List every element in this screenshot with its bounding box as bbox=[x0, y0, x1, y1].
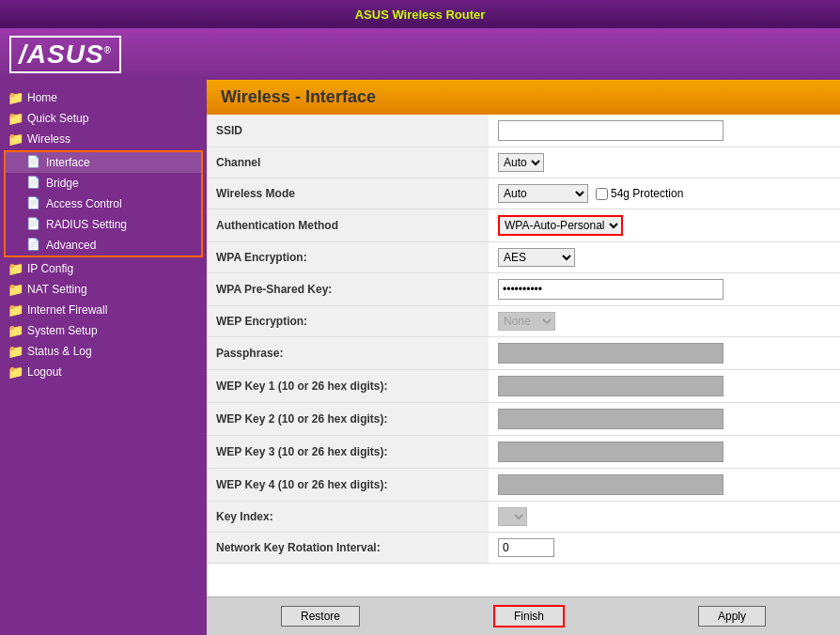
folder-icon: 📁 bbox=[8, 261, 23, 276]
wep-encryption-select[interactable]: None 64-bit 128-bit bbox=[498, 312, 555, 331]
sidebar-label-status-log: Status & Log bbox=[27, 345, 92, 358]
passphrase-input[interactable] bbox=[498, 343, 723, 364]
sidebar-item-status-log[interactable]: 📁 Status & Log bbox=[0, 341, 207, 362]
sidebar-item-internet-firewall[interactable]: 📁 Internet Firewall bbox=[0, 300, 207, 320]
sidebar-label-home: Home bbox=[27, 91, 57, 104]
sidebar-label-wireless: Wireless bbox=[27, 132, 70, 146]
sidebar-label-interface: Interface bbox=[46, 156, 90, 169]
folder-icon: 📁 bbox=[8, 111, 23, 126]
field-label-auth-method: Authentication Method bbox=[207, 209, 489, 242]
trademark: ® bbox=[104, 44, 112, 54]
wep-key2-input[interactable] bbox=[498, 409, 723, 429]
table-row: WEP Key 1 (10 or 26 hex digits): bbox=[207, 370, 840, 403]
page-icon: 📄 bbox=[26, 155, 41, 170]
bottom-bar: Restore Finish Apply bbox=[207, 596, 840, 635]
sidebar-item-system-setup[interactable]: 📁 System Setup bbox=[0, 320, 207, 341]
54g-protection-text: 54g Protection bbox=[611, 187, 683, 200]
table-row: WEP Encryption: None 64-bit 128-bit bbox=[207, 306, 840, 337]
key-index-select[interactable]: 1234 bbox=[498, 507, 527, 526]
field-label-key-rotation: Network Key Rotation Interval: bbox=[207, 533, 489, 564]
folder-icon: 📁 bbox=[8, 90, 23, 105]
page-title-bar: Wireless - Interface bbox=[207, 80, 840, 115]
ssid-input[interactable] bbox=[498, 120, 723, 141]
sidebar-item-nat-setting[interactable]: 📁 NAT Setting bbox=[0, 279, 207, 300]
header-title: ASUS Wireless Router bbox=[355, 8, 486, 22]
54g-protection-label: 54g Protection bbox=[596, 187, 683, 200]
wep-key4-input[interactable] bbox=[498, 474, 723, 495]
table-row: Wireless Mode Auto 54g Only 802.11b Only bbox=[207, 178, 840, 209]
sidebar-label-logout: Logout bbox=[27, 365, 62, 379]
form-area: SSID Channel Auto 123 bbox=[207, 115, 840, 596]
sidebar-item-bridge[interactable]: 📄 Bridge bbox=[6, 173, 201, 194]
wireless-mode-select[interactable]: Auto 54g Only 802.11b Only bbox=[498, 184, 588, 203]
sidebar-item-home[interactable]: 📁 Home bbox=[0, 87, 207, 108]
field-label-wep-enc: WEP Encryption: bbox=[207, 306, 489, 337]
wep-key3-input[interactable] bbox=[498, 441, 723, 462]
top-header: ASUS Wireless Router bbox=[0, 0, 840, 28]
sidebar-item-ip-config[interactable]: 📁 IP Config bbox=[0, 258, 207, 279]
restore-button[interactable]: Restore bbox=[281, 606, 360, 627]
folder-icon: 📁 bbox=[8, 344, 23, 359]
field-label-channel: Channel bbox=[207, 147, 489, 178]
sidebar-item-wireless[interactable]: 📁 Wireless bbox=[0, 129, 207, 149]
table-row: SSID bbox=[207, 115, 840, 147]
folder-icon: 📁 bbox=[8, 302, 23, 318]
field-label-wep2: WEP Key 2 (10 or 26 hex digits): bbox=[207, 403, 489, 436]
asus-logo: /ASUS® bbox=[9, 36, 121, 73]
table-row: Network Key Rotation Interval: bbox=[207, 533, 840, 564]
sidebar-item-radius-setting[interactable]: 📄 RADIUS Setting bbox=[6, 214, 201, 235]
sidebar-label-radius-setting: RADIUS Setting bbox=[46, 218, 127, 231]
form-table: SSID Channel Auto 123 bbox=[207, 115, 840, 564]
table-row: WPA Encryption: AES TKIP TKIP+AES bbox=[207, 242, 840, 273]
table-row: WEP Key 4 (10 or 26 hex digits): bbox=[207, 469, 840, 502]
sidebar-label-quick-setup: Quick Setup bbox=[27, 112, 88, 125]
field-label-wpa-key: WPA Pre-Shared Key: bbox=[207, 273, 489, 306]
54g-protection-checkbox[interactable] bbox=[596, 188, 608, 200]
channel-row: Auto 123 456 789 1011 bbox=[498, 153, 831, 172]
content-area: Wireless - Interface SSID Channel bbox=[207, 80, 840, 635]
key-rotation-input[interactable] bbox=[498, 538, 554, 557]
page-title: Wireless - Interface bbox=[221, 87, 376, 106]
page-icon: 📄 bbox=[26, 217, 41, 232]
sidebar-item-access-control[interactable]: 📄 Access Control bbox=[6, 194, 201, 214]
folder-icon: 📁 bbox=[8, 282, 23, 297]
folder-icon: 📁 bbox=[8, 364, 23, 379]
mode-row: Auto 54g Only 802.11b Only 54g Protectio… bbox=[498, 184, 831, 203]
field-label-wep4: WEP Key 4 (10 or 26 hex digits): bbox=[207, 469, 489, 502]
sidebar: 📁 Home 📁 Quick Setup 📁 Wireless 📄 Interf… bbox=[0, 80, 207, 635]
sidebar-label-system-setup: System Setup bbox=[27, 324, 98, 337]
folder-icon: 📁 bbox=[8, 323, 23, 338]
field-label-ssid: SSID bbox=[207, 115, 489, 147]
channel-select[interactable]: Auto 123 456 789 1011 bbox=[498, 153, 544, 172]
table-row: Passphrase: bbox=[207, 337, 840, 370]
page-icon: 📄 bbox=[26, 196, 41, 211]
sidebar-label-nat-setting: NAT Setting bbox=[27, 283, 87, 296]
field-label-passphrase: Passphrase: bbox=[207, 337, 489, 370]
field-label-wireless-mode: Wireless Mode bbox=[207, 178, 489, 209]
sidebar-item-logout[interactable]: 📁 Logout bbox=[0, 362, 207, 382]
apply-button[interactable]: Apply bbox=[698, 606, 766, 627]
field-label-wpa-enc: WPA Encryption: bbox=[207, 242, 489, 273]
page-icon: 📄 bbox=[26, 238, 41, 253]
auth-method-select[interactable]: WPA-Auto-Personal Open System Shared Key… bbox=[498, 215, 623, 236]
folder-icon: 📁 bbox=[8, 132, 23, 147]
sidebar-label-advanced: Advanced bbox=[46, 239, 96, 252]
logo-bar: /ASUS® bbox=[0, 28, 840, 80]
field-label-wep3: WEP Key 3 (10 or 26 hex digits): bbox=[207, 436, 489, 469]
sidebar-item-interface[interactable]: 📄 Interface bbox=[6, 152, 201, 173]
sidebar-label-ip-config: IP Config bbox=[27, 262, 73, 275]
sidebar-item-quick-setup[interactable]: 📁 Quick Setup bbox=[0, 108, 207, 129]
table-row: Channel Auto 123 456 789 1011 bbox=[207, 147, 840, 178]
wep-key1-input[interactable] bbox=[498, 376, 723, 396]
table-row: Authentication Method WPA-Auto-Personal … bbox=[207, 209, 840, 242]
sidebar-label-internet-firewall: Internet Firewall bbox=[27, 303, 107, 317]
table-row: WEP Key 2 (10 or 26 hex digits): bbox=[207, 403, 840, 436]
wpa-encryption-select[interactable]: AES TKIP TKIP+AES bbox=[498, 248, 575, 267]
table-row: WPA Pre-Shared Key: bbox=[207, 273, 840, 306]
page-icon: 📄 bbox=[26, 176, 41, 191]
field-label-wep1: WEP Key 1 (10 or 26 hex digits): bbox=[207, 370, 489, 403]
finish-button[interactable]: Finish bbox=[493, 605, 565, 627]
main-layout: 📁 Home 📁 Quick Setup 📁 Wireless 📄 Interf… bbox=[0, 80, 840, 635]
sidebar-item-advanced[interactable]: 📄 Advanced bbox=[6, 235, 201, 256]
wpa-preshared-key-input[interactable] bbox=[498, 279, 723, 300]
